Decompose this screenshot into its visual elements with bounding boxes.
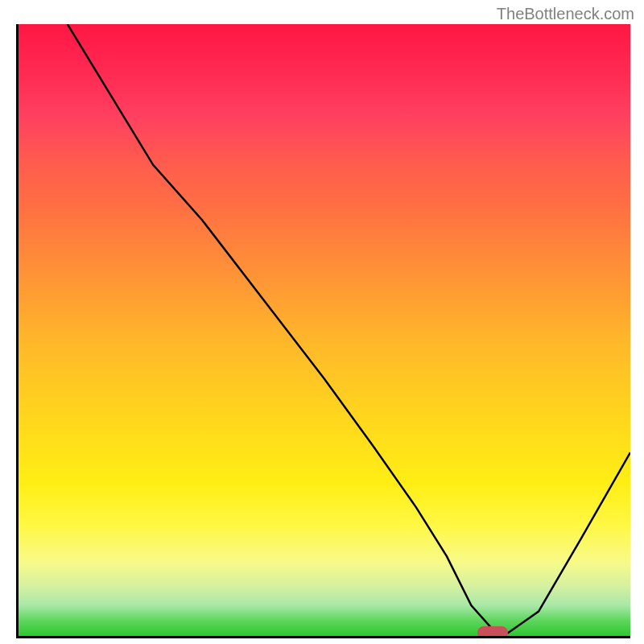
- plot-area: [16, 24, 630, 638]
- optimal-marker: [477, 626, 508, 638]
- watermark-text: TheBottleneck.com: [497, 5, 634, 23]
- gradient-background: [19, 24, 630, 636]
- chart-container: TheBottleneck.com: [0, 0, 644, 644]
